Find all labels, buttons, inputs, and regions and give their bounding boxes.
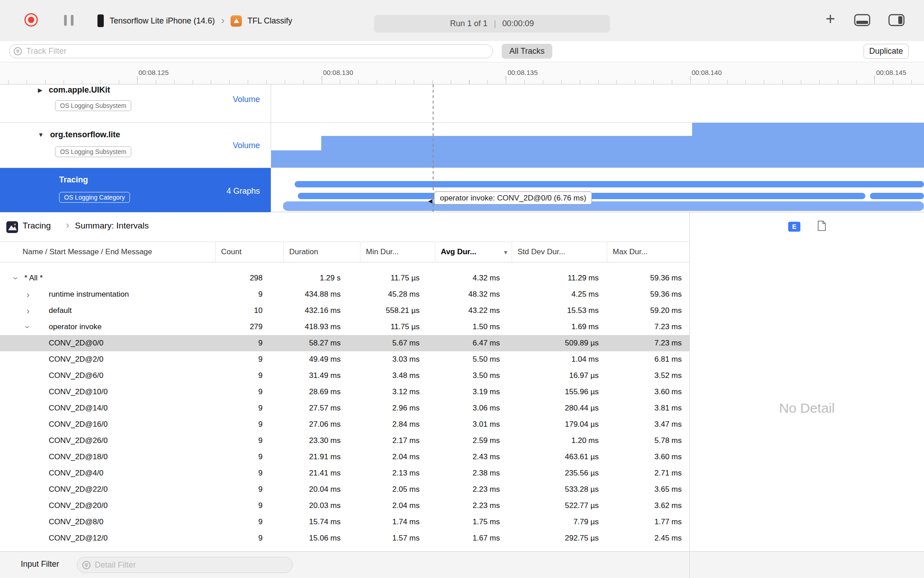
table-row[interactable]: ›CONV_2D@20/0920.03 ms2.04 ms2.23 ms522.… [0,498,689,514]
breadcrumb-current[interactable]: Summary: Intervals [75,221,149,231]
target-selector[interactable]: Tensorflow Lite iPhone (14.6) › TFL Clas… [97,13,292,29]
disclosure-chevron-icon[interactable]: › [12,274,21,283]
extended-detail-button[interactable]: E [788,222,800,232]
table-row[interactable]: ›CONV_2D@2/0949.49 ms3.03 ms5.50 ms1.04 … [0,351,689,368]
right-pane-icon [888,14,905,26]
row-value: 2.05 ms [360,485,435,494]
track-lane[interactable]: ◀ operator invoke: CONV_2D@0/0 (6.76 ms) [271,168,924,212]
row-value: 31.49 ms [283,371,360,380]
column-header-avg[interactable]: Avg Dur... ▾ [435,242,512,262]
track-header[interactable]: ▶ com.apple.UIKit OS Logging Subsystem V… [0,84,271,122]
record-button[interactable] [23,12,39,28]
row-value: 533.28 µs [512,485,607,494]
track-badge: OS Logging Subsystem [55,100,131,111]
row-value: 43.22 ms [435,306,512,315]
add-instrument-button[interactable]: + [826,9,835,28]
column-header-duration[interactable]: Duration [283,242,360,262]
column-header-min[interactable]: Min Dur... [360,242,435,262]
row-name: CONV_2D@6/0 [49,371,103,380]
row-value: 279 [215,322,283,331]
row-value: 9 [215,436,283,445]
summary-breadcrumb-bar: Tracing › Summary: Intervals E [0,212,924,242]
row-value: 280.44 µs [512,404,607,413]
table-row[interactable]: ›CONV_2D@6/0931.49 ms3.48 ms3.50 ms16.97… [0,368,689,384]
disclosure-collapsed-icon[interactable]: ▶ [38,87,42,93]
track-filter-input[interactable]: Track Filter [9,44,493,58]
elapsed-time: 00:00:09 [502,19,534,28]
table-row[interactable]: ›CONV_2D@0/0958.27 ms5.67 ms6.47 ms509.8… [0,335,689,351]
table-row[interactable]: ›CONV_2D@14/0927.57 ms2.96 ms3.06 ms280.… [0,400,689,416]
playhead-line[interactable] [433,84,434,212]
table-row[interactable]: ›operator invoke279418.93 ms11.75 µs1.50… [0,319,689,335]
row-value: 2.84 ms [360,420,435,429]
row-value: 15.53 ms [512,306,607,315]
table-row[interactable]: ›CONV_2D@10/0928.69 ms3.12 ms3.19 ms155.… [0,384,689,400]
track-header[interactable]: Tracing OS Logging Category 4 Graphs [0,168,271,212]
track-lane[interactable] [271,84,924,122]
row-value: 1.77 ms [607,517,689,527]
row-value: 10 [215,306,283,315]
pane-divider[interactable] [689,212,690,578]
interval-bar[interactable] [870,193,924,199]
table-row[interactable]: ›CONV_2D@26/0923.30 ms2.17 ms2.59 ms1.20… [0,433,689,449]
row-name: CONV_2D@16/0 [49,420,108,429]
row-value: 3.52 ms [607,371,689,380]
table-row[interactable]: ›runtime instrumentation9434.88 ms45.28 … [0,286,689,303]
track-row-tracing[interactable]: Tracing OS Logging Category 4 Graphs ◀ o… [0,168,924,212]
detail-filter-input[interactable]: Detail Filter [77,557,293,573]
row-value: 4.25 ms [512,290,607,299]
interval-bar[interactable] [283,201,924,211]
row-value: 9 [215,534,283,543]
toggle-right-pane-button[interactable] [888,14,905,28]
column-header-max[interactable]: Max Dur... [607,242,689,262]
table-row[interactable]: ›CONV_2D@16/0927.06 ms2.84 ms3.01 ms179.… [0,416,689,433]
row-name: CONV_2D@26/0 [49,436,108,445]
column-header-stddev[interactable]: Std Dev Dur... [512,242,607,262]
disclosure-chevron-icon[interactable]: › [23,322,32,331]
track-header[interactable]: ▼ org.tensorflow.lite OS Logging Subsyst… [0,123,271,168]
breadcrumb-root[interactable]: Tracing [23,221,51,231]
track-filter-bar: Track Filter All Tracks Duplicate [0,41,924,62]
ruler-label: 00:08.130 [323,69,353,76]
disclosure-chevron-icon[interactable]: › [23,306,32,315]
row-value: 3.12 ms [360,387,435,396]
run-label: Run 1 of 1 [450,19,488,28]
interval-tooltip: ◀ operator invoke: CONV_2D@0/0 (6.76 ms) [434,191,592,205]
ruler-label: 00:08.125 [139,69,169,76]
timeline-ruler[interactable]: 00:08.125 00:08.130 00:08.135 00:08.140 … [0,62,924,84]
table-row[interactable]: ›CONV_2D@4/0921.41 ms2.13 ms2.38 ms235.5… [0,465,689,481]
detail-filter-placeholder: Detail Filter [95,560,136,570]
track-meta: Volume [233,95,260,104]
sort-descending-icon: ▾ [504,249,507,256]
interval-bar[interactable] [295,181,924,187]
table-row[interactable]: ›default10432.16 ms558.21 µs43.22 ms15.5… [0,303,689,319]
filter-icon [82,560,91,570]
table-row[interactable]: ›CONV_2D@22/0920.04 ms2.05 ms2.23 ms533.… [0,481,689,498]
row-value: 2.13 ms [360,469,435,478]
table-row[interactable]: ›CONV_2D@8/0915.74 ms1.74 ms1.75 ms7.79 … [0,514,689,530]
table-row[interactable]: ›CONV_2D@18/0921.91 ms2.04 ms2.43 ms463.… [0,449,689,465]
table-row[interactable]: ›CONV_2D@12/0915.06 ms1.57 ms1.67 ms292.… [0,530,689,546]
disclosure-chevron-icon[interactable]: › [23,290,32,299]
pause-button[interactable] [64,15,74,26]
track-row-uikit[interactable]: ▶ com.apple.UIKit OS Logging Subsystem V… [0,84,924,123]
all-tracks-button[interactable]: All Tracks [502,44,552,59]
toggle-bottom-pane-button[interactable] [854,14,870,28]
document-button[interactable] [818,220,826,233]
track-row-tensorflow[interactable]: ▼ org.tensorflow.lite OS Logging Subsyst… [0,123,924,168]
track-name: com.apple.UIKit [49,85,110,95]
track-lane[interactable] [271,123,924,168]
row-value: 509.89 µs [512,339,607,348]
row-value: 1.69 ms [512,322,607,331]
bottom-bar: Input Filter Detail Filter [0,551,924,578]
row-value: 3.01 ms [435,420,512,429]
row-value: 48.32 ms [435,290,512,299]
column-header-count[interactable]: Count [215,242,283,262]
row-value: 27.06 ms [283,420,360,429]
table-row[interactable]: ›* All *2981.29 s11.75 µs4.32 ms11.29 ms… [0,270,689,286]
detail-pane: No Detail [690,242,924,551]
disclosure-expanded-icon[interactable]: ▼ [38,131,44,138]
column-header-name[interactable]: Name / Start Message / End Message [0,242,215,262]
row-value: 9 [215,339,283,348]
duplicate-button[interactable]: Duplicate [864,44,909,59]
